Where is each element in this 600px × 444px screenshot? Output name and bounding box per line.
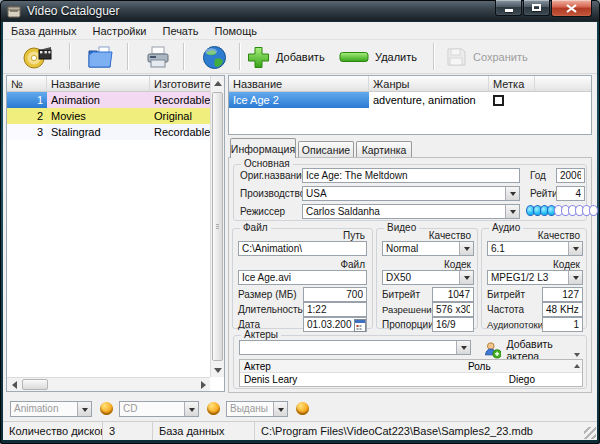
tab-information[interactable]: Информация [230,138,296,158]
maximize-button[interactable] [523,0,550,16]
scroll-up-icon[interactable] [211,76,225,90]
delete-movie-button[interactable]: Удалить [339,42,417,72]
audio-streams-input[interactable] [542,317,583,332]
actor-row[interactable]: Denis Leary Diego [240,373,582,386]
col-header-number[interactable]: № [7,76,47,92]
add-movie-label: Добавить [276,51,325,63]
category-status-ball-icon [100,402,113,415]
chevron-down-icon[interactable] [77,402,91,416]
media-filter-combo[interactable]: CD [119,401,199,417]
resize-grip[interactable] [584,427,596,439]
mark-checkbox[interactable] [493,95,504,106]
col-header-name[interactable]: Название [47,76,150,92]
plus-icon [247,46,270,69]
audio-quality-combo[interactable]: 6.1 [487,241,583,256]
menu-settings[interactable]: Настройки [85,25,155,37]
chevron-down-icon[interactable] [568,242,582,255]
col-header-title[interactable]: Название [229,76,369,92]
original-title-input[interactable] [302,168,520,183]
chevron-down-icon[interactable] [459,242,473,255]
vscroll-thumb[interactable] [212,92,223,361]
chevron-down-icon[interactable] [273,402,287,416]
audio-groupbox: Аудио Качество 6.1 Кодек MPEG1/2 L3 Битр… [481,228,587,329]
main-groupbox: Основная Ориг.название Год Производство … [233,164,587,221]
video-codec-combo[interactable]: DX50 [382,270,474,285]
chevron-down-icon[interactable] [505,205,519,218]
audio-codec-combo[interactable]: MPEG1/2 L3 [487,270,583,285]
col-header-mark[interactable]: Метка [489,76,535,92]
actors-groupbox: Актеры Добавить актера Акт [233,335,587,389]
add-actor-icon [484,341,501,359]
minimize-button[interactable] [495,0,522,16]
disc-row[interactable]: 3 Stalingrad Recordable [7,124,212,140]
movie-row[interactable]: Ice Age 2 adventure, animation [229,92,591,108]
category-filter-combo[interactable]: Animation [10,401,92,417]
scroll-down-icon[interactable] [570,348,583,360]
menu-help[interactable]: Помощь [207,25,266,37]
print-button[interactable] [133,42,183,72]
col-header-genres[interactable]: Жанры [369,76,489,92]
tab-description[interactable]: Описание [298,141,354,158]
rating-input[interactable] [556,186,585,201]
add-movie-button[interactable]: Добавить [247,42,325,72]
col-header-role[interactable]: Роль [464,360,539,372]
globe-icon [202,45,227,70]
duration-input[interactable] [303,302,367,317]
rating-dots[interactable] [528,205,598,216]
save-icon [445,46,467,68]
scroll-right-icon[interactable] [196,378,210,392]
audio-bitrate-input[interactable] [542,287,583,302]
scroll-up-icon[interactable] [570,360,583,372]
hscroll-thumb[interactable] [22,379,48,390]
disc-table-hscrollbar[interactable] [7,377,210,391]
calendar-button[interactable] [354,318,366,331]
chevron-down-icon[interactable] [505,187,519,200]
frequency-input[interactable] [542,302,583,317]
save-label: Сохранить [473,51,528,63]
menu-print[interactable]: Печать [154,25,206,37]
issued-status-ball-icon [296,402,309,415]
open-folder-icon [87,46,114,69]
video-groupbox: Видео Качество Normal Кодек DX50 Битрейт… [376,228,478,329]
resolution-input[interactable] [432,302,474,317]
scroll-down-icon[interactable] [211,363,225,377]
chevron-down-icon[interactable] [568,271,582,284]
open-database-button[interactable] [75,42,125,72]
tab-picture[interactable]: Картинка [356,141,412,158]
disc-row[interactable]: 1 Animation Recordable [7,92,212,108]
actor-combo[interactable] [239,340,471,355]
disc-table: № Название Изготовитель 1 Animation Reco… [6,75,225,392]
disc-table-vscrollbar[interactable] [210,76,224,377]
chevron-down-icon[interactable] [184,402,198,416]
save-button[interactable]: Сохранить [445,42,528,72]
director-combo[interactable]: Carlos Saldanha [302,204,520,219]
file-name-input[interactable] [238,270,367,285]
chevron-down-icon[interactable] [459,271,473,284]
year-input[interactable] [556,168,585,183]
movie-genres-cell[interactable]: adventure, animation [369,92,489,108]
movie-title-cell[interactable]: Ice Age 2 [229,92,369,108]
video-quality-combo[interactable]: Normal [382,241,474,256]
title-bar[interactable]: Video Cataloguer [0,0,600,22]
video-bitrate-input[interactable] [432,287,474,302]
close-button[interactable] [551,0,592,17]
menu-database[interactable]: База данных [3,25,85,37]
actors-table-header: Актер Роль [240,360,582,373]
chevron-down-icon[interactable] [456,341,470,354]
disc-row[interactable]: 2 Movies Original [7,108,212,124]
window-title: Video Cataloguer [27,4,120,18]
issued-filter-combo[interactable]: Выданы [226,401,288,417]
catalog-button[interactable] [13,42,63,72]
actor-name-cell[interactable]: Denis Leary [240,373,464,386]
aspect-input[interactable] [432,317,474,332]
scroll-left-icon[interactable] [7,378,21,392]
web-button[interactable] [189,42,239,72]
disk-count-value: 3 [103,422,153,440]
actor-role-cell[interactable]: Diego [464,373,539,386]
col-header-actor[interactable]: Актер [240,360,464,372]
col-header-maker[interactable]: Изготовитель [150,76,212,92]
production-combo[interactable]: USA [302,186,520,201]
disk-count-label: Количество дисков [3,422,103,440]
file-size-input[interactable] [303,287,367,302]
file-path-input[interactable] [238,241,367,256]
